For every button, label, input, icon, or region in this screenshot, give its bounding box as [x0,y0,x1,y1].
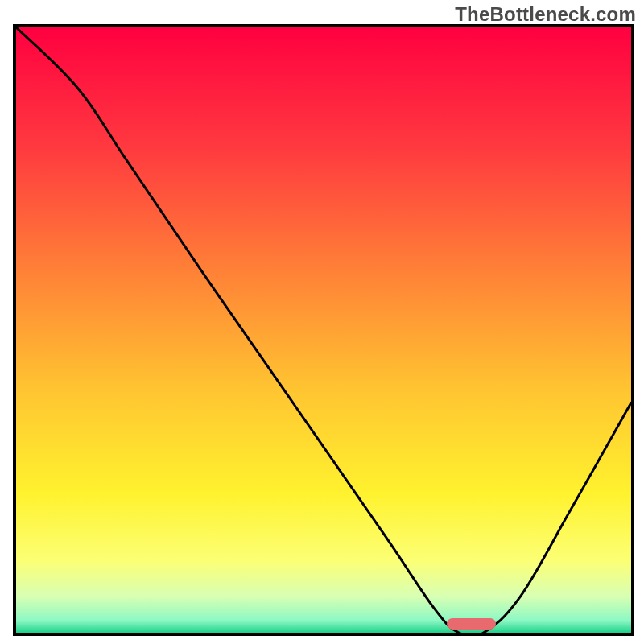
watermark-text: TheBottleneck.com [455,3,636,26]
chart-frame: TheBottleneck.com [0,0,644,644]
gradient-background [16,27,631,633]
plot-inner [16,27,631,633]
chart-svg [16,27,631,633]
optimum-marker [447,618,496,630]
plot-area [13,24,634,636]
